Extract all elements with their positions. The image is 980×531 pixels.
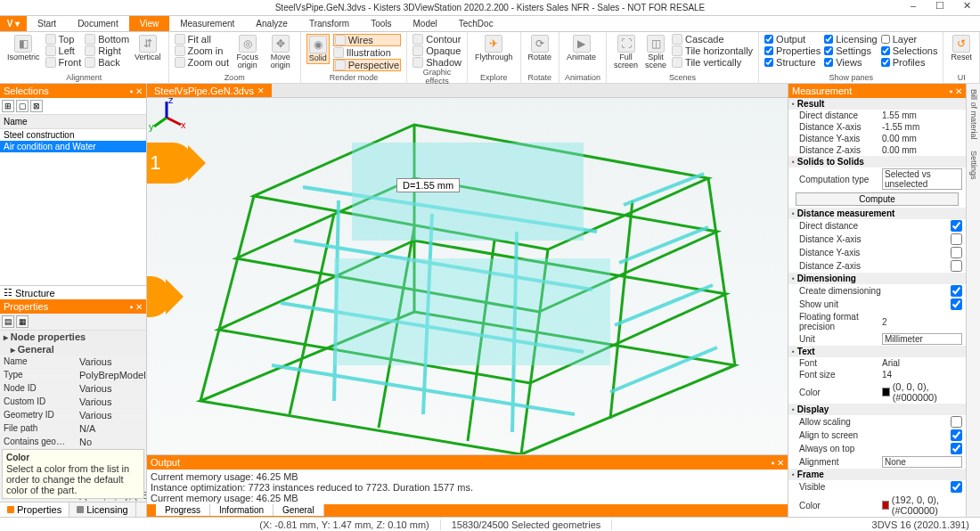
chk-views[interactable]: Views: [824, 57, 877, 68]
computation-type-select[interactable]: Selected vs unselected: [882, 168, 962, 190]
output-tab-general[interactable]: General: [274, 504, 324, 516]
side-tab-bom[interactable]: Bill of material: [969, 89, 978, 140]
compute-button[interactable]: Compute: [796, 192, 959, 206]
view-bottom-button[interactable]: Bottom: [85, 34, 129, 45]
chk-selections[interactable]: Selections: [881, 45, 938, 56]
cascade-button[interactable]: Cascade: [672, 34, 753, 45]
property-row[interactable]: Geometry IDVarious: [0, 409, 146, 422]
reset-ui-button[interactable]: ↺Reset: [949, 34, 974, 62]
tab-analyze[interactable]: Analyze: [245, 16, 298, 31]
unit-select[interactable]: Millimeter: [882, 333, 962, 345]
solid-button[interactable]: ◉Solid: [306, 34, 330, 64]
output-close-icon[interactable]: ▪ ✕: [772, 458, 784, 468]
wires-button[interactable]: Wires: [333, 34, 401, 46]
sel-tool-2[interactable]: ▢: [16, 100, 29, 112]
svg-line-0: [200, 196, 254, 401]
property-row[interactable]: Custom IDVarious: [0, 396, 146, 409]
minimize-button[interactable]: –: [900, 0, 927, 12]
3d-viewport[interactable]: D=1.55 mm Group 1 Group 2 x y z: [147, 98, 788, 454]
chk-dm-dz[interactable]: [951, 260, 962, 272]
view-top-button[interactable]: Top: [45, 34, 82, 45]
chk-structure[interactable]: Structure: [764, 57, 821, 68]
tab-transform[interactable]: Transform: [298, 16, 360, 31]
app-menu-button[interactable]: V ▾: [0, 16, 27, 31]
tab-model[interactable]: Model: [402, 16, 447, 31]
chk-layer[interactable]: Layer: [881, 34, 938, 45]
chk-create-dim[interactable]: [951, 285, 962, 297]
tab-start[interactable]: Start: [27, 16, 67, 31]
measurement-close-icon[interactable]: ▪ ✕: [950, 86, 962, 96]
view-back-button[interactable]: Back: [85, 57, 129, 68]
split-scene-button[interactable]: ◫Split scene: [643, 34, 668, 70]
selection-item-0[interactable]: Steel construction: [0, 129, 146, 141]
output-tab-progress[interactable]: Progress: [156, 504, 210, 516]
tile-h-button[interactable]: Tile horizontally: [672, 45, 753, 56]
chk-dm-dx[interactable]: [951, 233, 962, 245]
view-left-button[interactable]: Left: [45, 45, 82, 56]
chk-scale[interactable]: [951, 416, 962, 428]
alignment-select[interactable]: None: [882, 456, 962, 468]
shadow-button[interactable]: Shadow: [412, 57, 461, 68]
tab-techdoc[interactable]: TechDoc: [448, 16, 504, 31]
flythrough-button[interactable]: ✈Flythrough: [473, 34, 515, 62]
tile-v-button[interactable]: Tile vertically: [672, 57, 753, 68]
selections-close-icon[interactable]: ▪ ✕: [130, 86, 143, 96]
illustration-button[interactable]: Illustration: [333, 47, 401, 58]
color-hint-tooltip: ColorSelect a color from the list in ord…: [2, 449, 144, 499]
licensing-tab[interactable]: Licensing: [69, 502, 135, 517]
property-row[interactable]: File pathN/A: [0, 422, 146, 436]
chk-align-screen[interactable]: [951, 429, 962, 441]
animate-button[interactable]: ▶Animate: [565, 34, 598, 62]
contour-button[interactable]: Contour: [412, 34, 461, 45]
fullscreen-button[interactable]: ⛶Full screen: [612, 34, 640, 70]
view-front-button[interactable]: Front: [45, 57, 82, 68]
perspective-button[interactable]: Perspective: [333, 59, 401, 71]
tab-document[interactable]: Document: [67, 16, 129, 31]
selection-item-1[interactable]: Air condition and Water: [0, 141, 146, 152]
tab-view[interactable]: View: [129, 16, 170, 31]
tab-tools[interactable]: Tools: [360, 16, 402, 31]
side-tab-settings[interactable]: Settings: [969, 151, 978, 180]
rotate-button[interactable]: ⟳Rotate: [527, 34, 554, 62]
zoom-in-button[interactable]: Zoom in: [175, 45, 229, 56]
opaque-button[interactable]: Opaque: [412, 45, 461, 56]
prop-tool-2[interactable]: ▦: [16, 315, 29, 328]
chk-profiles[interactable]: Profiles: [881, 57, 938, 68]
tab-measurement[interactable]: Measurement: [169, 16, 245, 31]
svg-rect-8: [352, 143, 584, 241]
view-right-button[interactable]: Right: [85, 45, 129, 56]
output-tab-info[interactable]: Information: [210, 504, 274, 516]
chk-settings[interactable]: Settings: [824, 45, 877, 56]
view-tab-file[interactable]: SteelVsPipe.GeN.3dvs✕: [147, 84, 272, 97]
chk-properties[interactable]: Properties: [764, 45, 821, 56]
move-origin-button[interactable]: ✥Move origin: [266, 34, 295, 70]
chk-dm-direct[interactable]: [951, 220, 962, 232]
status-coords: (X: -0.81 mm, Y: 1.47 mm, Z: 0.10 mm): [249, 519, 441, 530]
prop-tool-1[interactable]: ▤: [2, 315, 14, 328]
chk-frame-visible[interactable]: [951, 481, 962, 493]
property-row[interactable]: TypePolyBrepModel: [0, 369, 146, 382]
isometric-button[interactable]: ◧Isometric: [5, 34, 42, 62]
properties-close-icon[interactable]: ▪ ✕: [130, 302, 143, 312]
chk-licensing[interactable]: Licensing: [824, 34, 877, 45]
sel-tool-1[interactable]: ⊞: [2, 100, 14, 112]
chk-output[interactable]: Output: [764, 34, 821, 45]
chk-always-top[interactable]: [951, 443, 962, 454]
chk-show-unit[interactable]: [951, 298, 962, 310]
fit-all-button[interactable]: Fit all: [175, 34, 229, 45]
properties-tab[interactable]: Properties: [0, 502, 69, 517]
close-button[interactable]: ✕: [953, 0, 980, 12]
zoom-out-button[interactable]: Zoom out: [175, 57, 229, 68]
vertical-button[interactable]: ⇵Vertical: [133, 34, 163, 62]
property-row[interactable]: NameVarious: [0, 355, 146, 369]
chk-dm-dy[interactable]: [951, 247, 962, 258]
property-row[interactable]: Contains geomet…No: [0, 436, 146, 449]
callout-group-2: Group 2: [147, 276, 171, 317]
view-tab-close-icon[interactable]: ✕: [257, 86, 265, 95]
sel-tool-3[interactable]: ⊠: [30, 100, 43, 112]
maximize-button[interactable]: ☐: [927, 0, 953, 12]
sec-text: Text: [788, 346, 966, 357]
property-row[interactable]: Node IDVarious: [0, 382, 146, 396]
focus-origin-button[interactable]: ◎Focus origin: [233, 34, 263, 70]
structure-tab[interactable]: ☷Structure: [0, 285, 146, 299]
